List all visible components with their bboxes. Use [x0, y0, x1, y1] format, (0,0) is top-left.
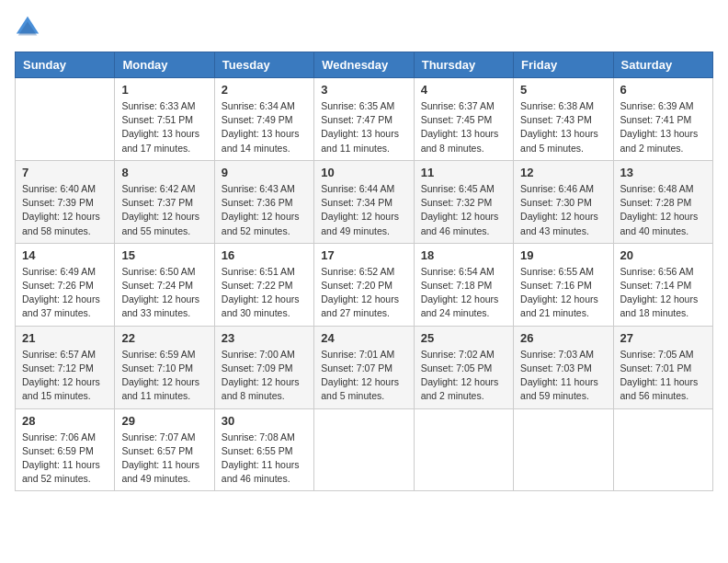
calendar-cell: 16Sunrise: 6:51 AM Sunset: 7:22 PM Dayli…: [214, 243, 313, 326]
col-header-wednesday: Wednesday: [314, 52, 414, 78]
day-info: Sunrise: 6:40 AM Sunset: 7:39 PM Dayligh…: [22, 182, 108, 238]
day-number: 15: [121, 248, 207, 262]
day-number: 18: [421, 248, 506, 262]
day-info: Sunrise: 6:50 AM Sunset: 7:24 PM Dayligh…: [121, 265, 207, 321]
calendar-cell: 23Sunrise: 7:00 AM Sunset: 7:09 PM Dayli…: [214, 326, 313, 408]
day-number: 23: [222, 331, 307, 345]
calendar-cell: 29Sunrise: 7:07 AM Sunset: 6:57 PM Dayli…: [115, 408, 214, 491]
day-info: Sunrise: 7:08 AM Sunset: 6:55 PM Dayligh…: [222, 431, 307, 487]
day-number: 6: [620, 83, 706, 97]
day-number: 5: [520, 83, 606, 97]
day-number: 9: [222, 166, 307, 179]
day-info: Sunrise: 6:33 AM Sunset: 7:51 PM Dayligh…: [121, 99, 207, 155]
day-info: Sunrise: 7:07 AM Sunset: 6:57 PM Dayligh…: [121, 431, 207, 487]
calendar-cell: [613, 408, 712, 491]
week-row-1: 1Sunrise: 6:33 AM Sunset: 7:51 PM Daylig…: [16, 78, 713, 161]
day-info: Sunrise: 6:52 AM Sunset: 7:20 PM Dayligh…: [321, 265, 406, 321]
day-info: Sunrise: 7:05 AM Sunset: 7:01 PM Dayligh…: [620, 348, 706, 404]
col-header-sunday: Sunday: [16, 52, 115, 78]
calendar-cell: 11Sunrise: 6:45 AM Sunset: 7:32 PM Dayli…: [414, 160, 513, 243]
day-number: 12: [520, 166, 606, 179]
day-number: 13: [620, 166, 706, 179]
day-number: 8: [121, 166, 207, 179]
day-info: Sunrise: 6:42 AM Sunset: 7:37 PM Dayligh…: [121, 182, 207, 238]
col-header-tuesday: Tuesday: [214, 52, 313, 78]
day-number: 17: [321, 248, 406, 262]
day-info: Sunrise: 6:55 AM Sunset: 7:16 PM Dayligh…: [520, 265, 606, 321]
calendar-cell: 21Sunrise: 6:57 AM Sunset: 7:12 PM Dayli…: [16, 326, 115, 408]
day-info: Sunrise: 6:35 AM Sunset: 7:47 PM Dayligh…: [321, 99, 406, 155]
page-header: [15, 15, 713, 40]
day-number: 20: [620, 248, 706, 262]
calendar-cell: 30Sunrise: 7:08 AM Sunset: 6:55 PM Dayli…: [214, 408, 313, 491]
week-row-3: 14Sunrise: 6:49 AM Sunset: 7:26 PM Dayli…: [16, 243, 713, 326]
week-row-5: 28Sunrise: 7:06 AM Sunset: 6:59 PM Dayli…: [16, 408, 713, 491]
day-info: Sunrise: 6:56 AM Sunset: 7:14 PM Dayligh…: [620, 265, 706, 321]
day-info: Sunrise: 6:48 AM Sunset: 7:28 PM Dayligh…: [620, 182, 706, 238]
day-info: Sunrise: 6:54 AM Sunset: 7:18 PM Dayligh…: [421, 265, 506, 321]
day-number: 11: [421, 166, 506, 179]
calendar-cell: 9Sunrise: 6:43 AM Sunset: 7:36 PM Daylig…: [214, 160, 313, 243]
calendar-cell: 2Sunrise: 6:34 AM Sunset: 7:49 PM Daylig…: [214, 78, 313, 161]
day-number: 19: [520, 248, 606, 262]
logo-icon: [15, 15, 40, 40]
day-number: 4: [421, 83, 506, 97]
calendar-cell: 24Sunrise: 7:01 AM Sunset: 7:07 PM Dayli…: [314, 326, 414, 408]
calendar-cell: 3Sunrise: 6:35 AM Sunset: 7:47 PM Daylig…: [314, 78, 414, 161]
calendar-cell: 7Sunrise: 6:40 AM Sunset: 7:39 PM Daylig…: [16, 160, 115, 243]
day-info: Sunrise: 6:45 AM Sunset: 7:32 PM Dayligh…: [421, 182, 506, 238]
day-number: 1: [121, 83, 207, 97]
calendar-cell: 25Sunrise: 7:02 AM Sunset: 7:05 PM Dayli…: [414, 326, 513, 408]
calendar-cell: 1Sunrise: 6:33 AM Sunset: 7:51 PM Daylig…: [115, 78, 214, 161]
calendar-cell: 8Sunrise: 6:42 AM Sunset: 7:37 PM Daylig…: [115, 160, 214, 243]
day-info: Sunrise: 6:59 AM Sunset: 7:10 PM Dayligh…: [121, 348, 207, 404]
day-number: 26: [520, 331, 606, 345]
day-number: 16: [222, 248, 307, 262]
day-number: 30: [222, 414, 307, 428]
day-number: 14: [22, 248, 108, 262]
day-number: 7: [22, 166, 108, 179]
day-number: 28: [22, 414, 108, 428]
calendar-cell: [514, 408, 613, 491]
calendar-cell: 26Sunrise: 7:03 AM Sunset: 7:03 PM Dayli…: [514, 326, 613, 408]
col-header-thursday: Thursday: [414, 52, 513, 78]
day-number: 27: [620, 331, 706, 345]
day-number: 24: [321, 331, 406, 345]
day-info: Sunrise: 6:37 AM Sunset: 7:45 PM Dayligh…: [421, 99, 506, 155]
day-info: Sunrise: 6:39 AM Sunset: 7:41 PM Dayligh…: [620, 99, 706, 155]
day-info: Sunrise: 7:06 AM Sunset: 6:59 PM Dayligh…: [22, 431, 108, 487]
calendar-cell: 20Sunrise: 6:56 AM Sunset: 7:14 PM Dayli…: [613, 243, 712, 326]
calendar-cell: 18Sunrise: 6:54 AM Sunset: 7:18 PM Dayli…: [414, 243, 513, 326]
calendar-cell: 12Sunrise: 6:46 AM Sunset: 7:30 PM Dayli…: [514, 160, 613, 243]
day-info: Sunrise: 6:46 AM Sunset: 7:30 PM Dayligh…: [520, 182, 606, 238]
day-number: 3: [321, 83, 406, 97]
day-info: Sunrise: 6:44 AM Sunset: 7:34 PM Dayligh…: [321, 182, 406, 238]
day-info: Sunrise: 7:00 AM Sunset: 7:09 PM Dayligh…: [222, 348, 307, 404]
calendar-table: SundayMondayTuesdayWednesdayThursdayFrid…: [15, 52, 713, 491]
day-info: Sunrise: 6:43 AM Sunset: 7:36 PM Dayligh…: [222, 182, 307, 238]
calendar-cell: 5Sunrise: 6:38 AM Sunset: 7:43 PM Daylig…: [514, 78, 613, 161]
calendar-cell: 19Sunrise: 6:55 AM Sunset: 7:16 PM Dayli…: [514, 243, 613, 326]
calendar-cell: 15Sunrise: 6:50 AM Sunset: 7:24 PM Dayli…: [115, 243, 214, 326]
calendar-cell: 10Sunrise: 6:44 AM Sunset: 7:34 PM Dayli…: [314, 160, 414, 243]
col-header-saturday: Saturday: [613, 52, 712, 78]
calendar-cell: 27Sunrise: 7:05 AM Sunset: 7:01 PM Dayli…: [613, 326, 712, 408]
calendar-cell: 13Sunrise: 6:48 AM Sunset: 7:28 PM Dayli…: [613, 160, 712, 243]
day-info: Sunrise: 6:57 AM Sunset: 7:12 PM Dayligh…: [22, 348, 108, 404]
day-number: 10: [321, 166, 406, 179]
week-row-4: 21Sunrise: 6:57 AM Sunset: 7:12 PM Dayli…: [16, 326, 713, 408]
col-header-friday: Friday: [514, 52, 613, 78]
calendar-cell: 28Sunrise: 7:06 AM Sunset: 6:59 PM Dayli…: [16, 408, 115, 491]
calendar-cell: 22Sunrise: 6:59 AM Sunset: 7:10 PM Dayli…: [115, 326, 214, 408]
day-info: Sunrise: 7:02 AM Sunset: 7:05 PM Dayligh…: [421, 348, 506, 404]
calendar-cell: 4Sunrise: 6:37 AM Sunset: 7:45 PM Daylig…: [414, 78, 513, 161]
calendar-cell: [16, 78, 115, 161]
day-info: Sunrise: 6:34 AM Sunset: 7:49 PM Dayligh…: [222, 99, 307, 155]
calendar-cell: 6Sunrise: 6:39 AM Sunset: 7:41 PM Daylig…: [613, 78, 712, 161]
day-info: Sunrise: 7:03 AM Sunset: 7:03 PM Dayligh…: [520, 348, 606, 404]
calendar-cell: 17Sunrise: 6:52 AM Sunset: 7:20 PM Dayli…: [314, 243, 414, 326]
calendar-cell: 14Sunrise: 6:49 AM Sunset: 7:26 PM Dayli…: [16, 243, 115, 326]
day-info: Sunrise: 6:49 AM Sunset: 7:26 PM Dayligh…: [22, 265, 108, 321]
day-number: 2: [222, 83, 307, 97]
week-row-2: 7Sunrise: 6:40 AM Sunset: 7:39 PM Daylig…: [16, 160, 713, 243]
